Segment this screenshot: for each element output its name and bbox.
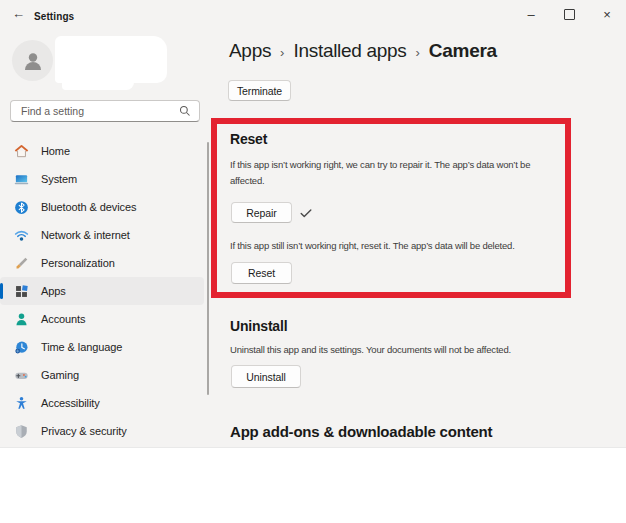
maximize-icon xyxy=(564,9,575,20)
personalization-brush-icon xyxy=(14,256,29,271)
content-scrollbar[interactable] xyxy=(207,142,209,395)
sidebar-item-time-language[interactable]: Time & language xyxy=(0,333,204,361)
window-controls: – × xyxy=(512,0,626,28)
addons-heading: App add-ons & downloadable content xyxy=(230,423,492,440)
settings-window: ← Settings – × Home xyxy=(0,0,626,448)
repair-description: If this app isn’t working right, we can … xyxy=(230,157,566,189)
gaming-gamepad-icon xyxy=(14,368,29,383)
sidebar-item-label: Network & internet xyxy=(41,229,130,241)
sidebar-item-accessibility[interactable]: Accessibility xyxy=(0,389,204,417)
uninstall-button[interactable]: Uninstall xyxy=(231,365,301,388)
reset-section-title: Reset xyxy=(230,131,267,147)
accounts-person-icon xyxy=(14,312,29,327)
repair-button[interactable]: Repair xyxy=(231,202,292,223)
time-language-clock-icon xyxy=(14,340,29,355)
back-arrow-icon[interactable]: ← xyxy=(12,6,25,21)
breadcrumb-apps[interactable]: Apps xyxy=(229,40,271,62)
maximize-button[interactable] xyxy=(550,0,588,28)
reset-button[interactable]: Reset xyxy=(231,262,292,284)
sidebar-item-personalization[interactable]: Personalization xyxy=(0,249,204,277)
sidebar-item-label: Bluetooth & devices xyxy=(41,201,136,213)
breadcrumb-camera: Camera xyxy=(429,40,497,62)
close-button[interactable]: × xyxy=(588,0,626,28)
sidebar-item-label: Accessibility xyxy=(41,397,100,409)
home-icon xyxy=(14,144,29,159)
sidebar-nav: Home System Bluetooth & devices xyxy=(0,137,204,445)
sidebar-item-gaming[interactable]: Gaming xyxy=(0,361,204,389)
sidebar-item-label: Gaming xyxy=(41,369,79,381)
search-input[interactable] xyxy=(19,104,179,118)
sidebar-item-label: Time & language xyxy=(41,341,122,353)
person-icon xyxy=(21,49,45,73)
apps-icon xyxy=(14,284,29,299)
terminate-button[interactable]: Terminate xyxy=(228,80,291,101)
system-icon xyxy=(14,172,29,187)
uninstall-description: Uninstall this app and its settings. You… xyxy=(230,342,511,358)
avatar[interactable] xyxy=(12,40,53,81)
bluetooth-icon xyxy=(14,200,29,215)
sidebar-item-home[interactable]: Home xyxy=(0,137,204,165)
uninstall-section-title: Uninstall xyxy=(230,318,287,334)
sidebar-item-system[interactable]: System xyxy=(0,165,204,193)
reset-description: If this app still isn’t working right, r… xyxy=(230,238,515,254)
sidebar-item-label: Privacy & security xyxy=(41,425,127,437)
chevron-right-icon: › xyxy=(280,43,284,60)
sidebar-item-label: Accounts xyxy=(41,313,85,325)
sidebar-item-network-internet[interactable]: Network & internet xyxy=(0,221,204,249)
network-wifi-icon xyxy=(14,228,29,243)
selected-item-accent xyxy=(0,283,3,299)
search-icon xyxy=(179,105,191,117)
sidebar-item-privacy-security[interactable]: Privacy & security xyxy=(0,417,204,445)
chevron-right-icon: › xyxy=(416,43,420,60)
minimize-button[interactable]: – xyxy=(512,0,550,28)
sidebar-item-label: Apps xyxy=(41,285,66,297)
search-box[interactable] xyxy=(10,100,200,122)
redacted-username xyxy=(62,76,134,90)
window-title: Settings xyxy=(34,11,74,22)
breadcrumb: Apps › Installed apps › Camera xyxy=(229,40,497,62)
sidebar-item-label: System xyxy=(41,173,77,185)
sidebar-item-apps[interactable]: Apps xyxy=(0,277,204,305)
breadcrumb-installed-apps[interactable]: Installed apps xyxy=(293,40,406,62)
sidebar-item-label: Home xyxy=(41,145,70,157)
sidebar-item-accounts[interactable]: Accounts xyxy=(0,305,204,333)
sidebar-item-bluetooth-devices[interactable]: Bluetooth & devices xyxy=(0,193,204,221)
accessibility-person-icon xyxy=(14,396,29,411)
sidebar-item-label: Personalization xyxy=(41,257,115,269)
privacy-shield-icon xyxy=(14,424,29,439)
checkmark-icon xyxy=(299,206,313,220)
